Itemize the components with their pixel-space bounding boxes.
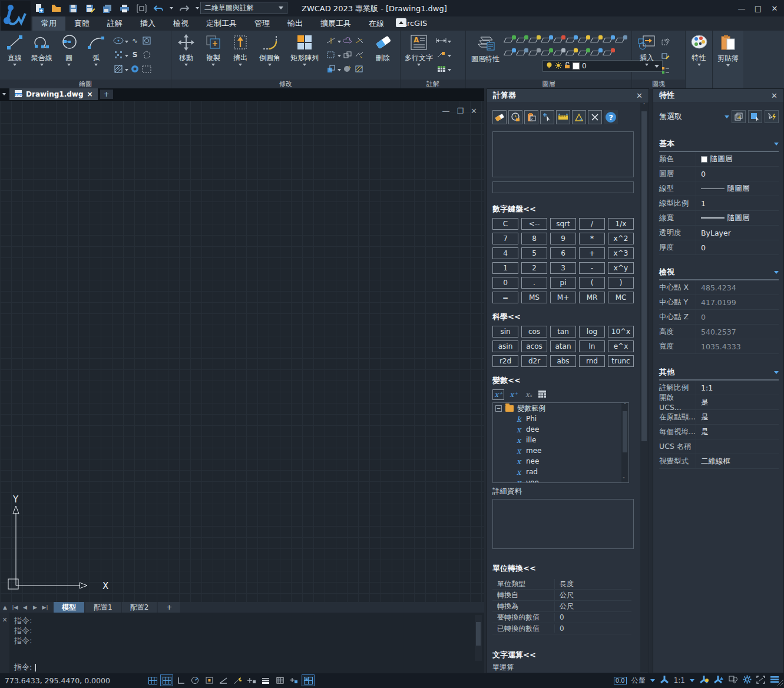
maximize-button[interactable]: □	[751, 2, 765, 15]
layer-off-icon[interactable]	[504, 35, 516, 45]
units-header[interactable]: 單位轉換<<	[492, 563, 636, 574]
calc-key[interactable]: )	[608, 277, 634, 289]
rect-array-button[interactable]: 矩形陣列	[286, 32, 323, 79]
property-row[interactable]: 圖層0	[659, 167, 779, 181]
measure-distance-icon[interactable]	[556, 110, 570, 124]
calc-key[interactable]: 8	[521, 233, 547, 244]
tab-online[interactable]: 在線	[360, 16, 393, 31]
variables-tree[interactable]: − 變數範例 kPhi xdee xille xmee xnee xrad xv…	[492, 402, 629, 483]
next-layout-icon[interactable]: ▶	[30, 602, 40, 613]
calc-key[interactable]: -	[579, 262, 605, 274]
scale-dropdown-icon[interactable]	[338, 55, 341, 57]
ellipse-icon[interactable]	[113, 35, 124, 46]
calc-key[interactable]: +	[579, 247, 605, 259]
tab-manage[interactable]: 管理	[246, 16, 279, 31]
extend-icon[interactable]	[354, 35, 365, 46]
command-prompt[interactable]: 指令:	[14, 662, 36, 673]
layer-on-icon[interactable]	[516, 35, 528, 45]
trim-dropdown-icon[interactable]	[338, 41, 341, 43]
calc-help-icon[interactable]: ?	[604, 110, 618, 124]
doc-close-icon[interactable]: ✕	[471, 107, 477, 115]
variable-row[interactable]: xdee	[493, 424, 628, 435]
doc-restore-icon[interactable]: ❐	[456, 107, 464, 115]
doc-tab-close-icon[interactable]: ×	[87, 90, 92, 98]
calc-key[interactable]: sqrt	[550, 218, 576, 230]
save-as-icon[interactable]	[84, 2, 96, 14]
units-row[interactable]: 轉換自公尺	[492, 590, 631, 601]
layer-states-icon[interactable]	[504, 48, 516, 58]
collapse-icon[interactable]: −	[495, 405, 502, 412]
variable-row[interactable]: xrad	[493, 467, 628, 477]
explode-icon[interactable]	[354, 49, 365, 60]
section-basic[interactable]: 基本	[659, 138, 779, 152]
erase-button[interactable]: 刪除	[369, 32, 396, 79]
tab-express-tools[interactable]: 擴展工具	[312, 16, 360, 31]
measure-angle-icon[interactable]	[572, 110, 586, 124]
resize-grip[interactable]	[775, 677, 784, 688]
hatch-dropdown-icon[interactable]	[125, 69, 128, 71]
auto-annotation-icon[interactable]	[714, 675, 724, 686]
calc-key[interactable]: 5	[521, 247, 547, 259]
property-row[interactable]: 中心點 Y417.0199	[659, 295, 779, 310]
mtext-button[interactable]: A 多行文字	[402, 32, 436, 79]
pick-point-icon[interactable]	[540, 110, 554, 124]
layer-copy-icon[interactable]	[590, 48, 603, 58]
tab-model[interactable]: 模型	[54, 602, 84, 613]
boundary-icon[interactable]	[141, 64, 152, 74]
annotation-scale-value[interactable]: 1:1	[674, 676, 685, 684]
sci-key[interactable]: 10^x	[608, 326, 634, 338]
new-layout-button[interactable]: +	[158, 602, 180, 613]
point-icon[interactable]	[113, 49, 124, 60]
variable-row[interactable]: kPhi	[493, 414, 628, 424]
calculator-input-field[interactable]	[492, 181, 634, 193]
calc-key[interactable]: 1/x	[608, 218, 634, 230]
revcloud-icon[interactable]: ∿	[130, 35, 140, 46]
rotate-dropdown-icon[interactable]	[338, 69, 341, 71]
edit-variable-icon[interactable]: x⁺	[508, 389, 520, 400]
units-row[interactable]: 單位類型長度	[492, 578, 631, 590]
property-row[interactable]: 線型比例1	[659, 196, 779, 211]
quick-select-icon[interactable]	[732, 110, 746, 123]
property-row[interactable]: 視覺型式二維線框	[659, 454, 779, 469]
tab-home[interactable]: 常用	[32, 16, 65, 31]
calc-key[interactable]: =	[492, 292, 518, 303]
prev-layout-icon[interactable]: ◀	[20, 602, 30, 613]
close-button[interactable]: ✕	[768, 2, 782, 15]
annotation-scale-dropdown-icon[interactable]	[690, 679, 694, 682]
revcloud-edit-icon[interactable]	[342, 35, 353, 46]
spline-icon[interactable]: S	[130, 49, 140, 60]
ortho-icon[interactable]	[174, 674, 187, 686]
property-row[interactable]: 透明度ByLayer	[659, 226, 779, 240]
calc-key[interactable]: <--	[521, 218, 547, 230]
rotate-icon[interactable]	[326, 64, 336, 74]
calc-key[interactable]: MR	[579, 292, 605, 303]
calc-key[interactable]: M+	[550, 292, 576, 303]
calc-key[interactable]: *	[579, 233, 605, 244]
sci-key[interactable]: d2r	[521, 355, 547, 367]
layer-delete-icon[interactable]	[603, 48, 615, 58]
textops-header[interactable]: 文字運算<<	[492, 650, 636, 660]
toggle-pickadd-icon[interactable]	[765, 110, 779, 123]
properties-title-bar[interactable]: 特性 ✕	[653, 89, 783, 102]
calc-key[interactable]: 0	[492, 277, 518, 289]
layer-unlock-icon[interactable]	[565, 35, 578, 45]
section-view[interactable]: 檢視	[659, 267, 779, 280]
dimension-icon[interactable]	[436, 35, 446, 46]
point-dropdown-icon[interactable]	[125, 55, 128, 57]
ribbon-collapse-button[interactable]	[396, 18, 406, 27]
minimize-button[interactable]: —	[735, 2, 749, 15]
trim-icon[interactable]	[326, 35, 336, 46]
calc-key[interactable]: 6	[550, 247, 576, 259]
clipboard-button[interactable]: 剪貼簿	[714, 32, 742, 79]
variable-row[interactable]: xmee	[493, 445, 628, 456]
calc-key[interactable]: 3	[550, 262, 576, 274]
edit-block-icon[interactable]	[660, 51, 671, 61]
stretch-button[interactable]: 擠出	[227, 32, 254, 79]
units-row[interactable]: 轉換為公尺	[492, 601, 631, 612]
wipeout-icon[interactable]	[141, 49, 152, 60]
tab-custom-tools[interactable]: 定制工具	[197, 16, 246, 31]
polyline-button[interactable]: 聚合線	[28, 32, 55, 79]
calc-key[interactable]: x^y	[608, 262, 634, 274]
layer-walk-icon[interactable]	[516, 48, 528, 58]
line-button[interactable]: 直線	[1, 32, 28, 79]
